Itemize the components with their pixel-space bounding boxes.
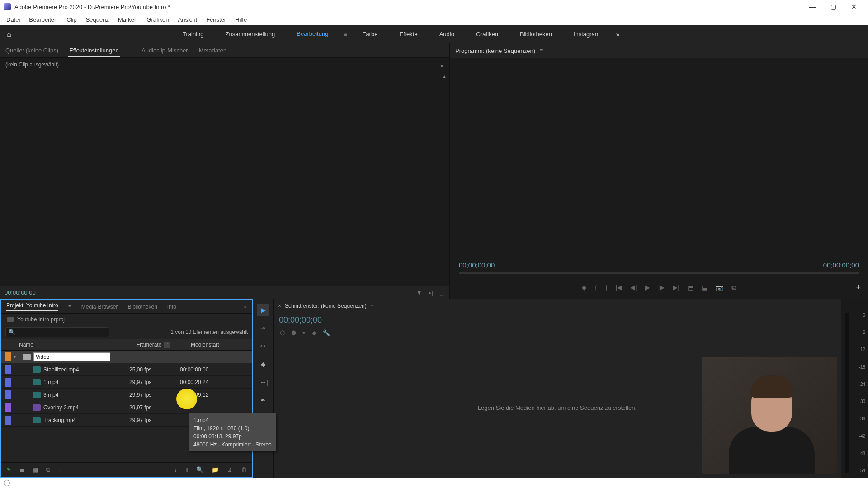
workspace-effekte[interactable]: Effekte	[388, 26, 428, 42]
tab-effect-controls[interactable]: Effekteinstellungen	[68, 44, 120, 57]
program-menu-icon[interactable]: ≡	[540, 47, 543, 54]
clip-row[interactable]: 1.mp4 29,97 fps 00:00:20:24	[1, 376, 252, 389]
tab-libraries[interactable]: Bibliotheken	[127, 304, 157, 310]
column-framerate[interactable]: Framerate˄	[132, 342, 186, 348]
tabs-overflow-icon[interactable]: »	[244, 304, 247, 310]
program-viewer[interactable]: 00;00;00;00 00;00;00;00 ◆ { } |◀ ◀| ▶ |▶…	[450, 58, 868, 299]
label-tag[interactable]	[5, 378, 11, 387]
timeline-close-icon[interactable]: ×	[278, 303, 281, 309]
list-view-icon[interactable]: ≣	[19, 466, 24, 473]
slip-tool-icon[interactable]: |↔|	[257, 376, 269, 389]
bin-row[interactable]: ▾	[1, 351, 252, 363]
sort-icon[interactable]: ↕	[175, 466, 178, 473]
step-forward-icon[interactable]: |▶	[658, 284, 665, 291]
tab-metadata[interactable]: Metadaten	[198, 44, 227, 56]
workspace-instagram[interactable]: Instagram	[563, 26, 611, 42]
tab-menu-icon[interactable]: ≡	[129, 48, 132, 53]
label-tag[interactable]	[5, 390, 11, 399]
program-slider[interactable]	[459, 272, 859, 274]
timeline-menu-icon[interactable]: ≡	[370, 303, 373, 309]
workspace-grafiken[interactable]: Grafiken	[465, 26, 509, 42]
comparison-icon[interactable]: ⧉	[731, 284, 736, 291]
new-item-icon[interactable]: 🗎	[227, 466, 233, 473]
clip-row[interactable]: Stabilized.mp4 25,00 fps 00:00:00:00	[1, 363, 252, 376]
menu-sequenz[interactable]: Sequenz	[81, 14, 113, 25]
label-tag[interactable]	[5, 352, 11, 361]
menu-datei[interactable]: Datei	[2, 14, 24, 25]
trash-icon[interactable]: 🗑	[241, 466, 247, 473]
find-icon[interactable]: 🔍	[196, 466, 203, 473]
tab-project[interactable]: Projekt: Youtube Intro	[6, 302, 58, 311]
selection-tool-icon[interactable]: ▶	[257, 304, 269, 316]
tab-audio-mixer[interactable]: Audioclip-Mischer	[141, 44, 189, 56]
workspace-bibliotheken[interactable]: Bibliotheken	[509, 26, 563, 42]
project-tab-menu-icon[interactable]: ≡	[68, 304, 71, 310]
linked-selection-icon[interactable]: ⬢	[291, 329, 296, 336]
menu-fenster[interactable]: Fenster	[202, 14, 231, 25]
workspace-overflow-icon[interactable]: »	[616, 31, 620, 38]
collapse-icon[interactable]: ▴	[443, 73, 446, 80]
workspace-training[interactable]: Training	[172, 26, 214, 42]
menu-marken[interactable]: Marken	[113, 14, 142, 25]
home-icon[interactable]: ⌂	[0, 25, 18, 43]
filter-icon[interactable]: ▼	[416, 289, 422, 296]
play-icon[interactable]: ▶	[645, 284, 650, 291]
add-button-icon[interactable]: +	[856, 283, 861, 292]
workspace-farbe[interactable]: Farbe	[351, 26, 388, 42]
close-button[interactable]: ✕	[844, 0, 864, 14]
freeform-view-icon[interactable]: ⧉	[46, 466, 50, 474]
tab-info[interactable]: Info	[167, 304, 176, 310]
pen-tool-icon[interactable]: ✒	[257, 394, 269, 407]
ripple-edit-tool-icon[interactable]: ⇔	[257, 340, 269, 352]
marker-icon[interactable]: ◆	[582, 284, 587, 291]
menu-hilfe[interactable]: Hilfe	[231, 14, 251, 25]
label-tag[interactable]	[5, 403, 11, 412]
menu-clip[interactable]: Clip	[62, 14, 81, 25]
in-point-icon[interactable]: {	[595, 284, 597, 291]
track-select-tool-icon[interactable]: ⇥	[257, 322, 269, 334]
menu-bearbeiten[interactable]: Bearbeiten	[24, 14, 62, 25]
zoom-slider-icon[interactable]: ○	[58, 466, 62, 473]
column-name[interactable]: Name	[1, 342, 132, 348]
overwrite-icon[interactable]: ⬚	[439, 289, 445, 296]
workspace-audio[interactable]: Audio	[429, 26, 465, 42]
write-icon[interactable]: ✎	[6, 466, 11, 473]
workspace-bearbeitung[interactable]: Bearbeitung	[286, 26, 339, 42]
new-bin-icon[interactable]: 📁	[212, 466, 219, 473]
chevron-down-icon[interactable]: ▾	[14, 354, 20, 359]
minimize-button[interactable]: —	[802, 0, 823, 14]
thumbnail-toggle-icon[interactable]	[114, 329, 120, 335]
icon-view-icon[interactable]: ▦	[33, 466, 38, 473]
step-back-icon[interactable]: ◀|	[630, 284, 637, 291]
extract-icon[interactable]: ⬓	[702, 284, 708, 291]
bin-rename-input[interactable]	[33, 352, 110, 361]
export-frame-icon[interactable]: 📷	[716, 284, 723, 291]
menu-ansicht[interactable]: Ansicht	[173, 14, 202, 25]
marker-add-icon[interactable]: ▾	[302, 329, 306, 336]
webcam-overlay	[702, 357, 837, 474]
column-medienstart[interactable]: Medienstart	[186, 342, 236, 348]
snap-icon[interactable]: ⬡	[280, 329, 285, 336]
workspace-options-icon[interactable]: ≡	[339, 31, 351, 38]
expand-icon[interactable]: ▸	[441, 62, 444, 69]
label-tag[interactable]	[5, 365, 11, 374]
out-point-icon[interactable]: }	[605, 284, 608, 291]
maximize-button[interactable]: ▢	[823, 0, 844, 14]
workspace-zusammenstellung[interactable]: Zusammenstellung	[214, 26, 286, 42]
tab-source[interactable]: Quelle: (keine Clips)	[5, 44, 59, 56]
clip-row[interactable]: 3.mp4 29,97 fps 00:00:09:12	[1, 389, 252, 401]
wrench-icon[interactable]: 🔧	[323, 329, 330, 336]
timeline-timecode[interactable]: 00;00;00;00	[274, 313, 841, 328]
settings-icon[interactable]: ◆	[312, 329, 316, 336]
tab-media-browser[interactable]: Media-Browser	[81, 304, 118, 310]
go-to-out-icon[interactable]: ▶|	[673, 284, 679, 291]
lift-icon[interactable]: ⬒	[688, 284, 693, 291]
label-tag[interactable]	[5, 416, 11, 425]
go-to-in-icon[interactable]: |◀	[615, 284, 622, 291]
automate-icon[interactable]: ⫴	[185, 466, 188, 474]
search-input[interactable]: 🔍	[5, 327, 109, 337]
menu-grafiken[interactable]: Grafiken	[142, 14, 173, 25]
insert-icon[interactable]: ▸|	[429, 289, 433, 296]
clip-row[interactable]: Overlay 2.mp4 29,97 fps	[1, 401, 252, 414]
razor-tool-icon[interactable]: ◆	[257, 358, 269, 371]
